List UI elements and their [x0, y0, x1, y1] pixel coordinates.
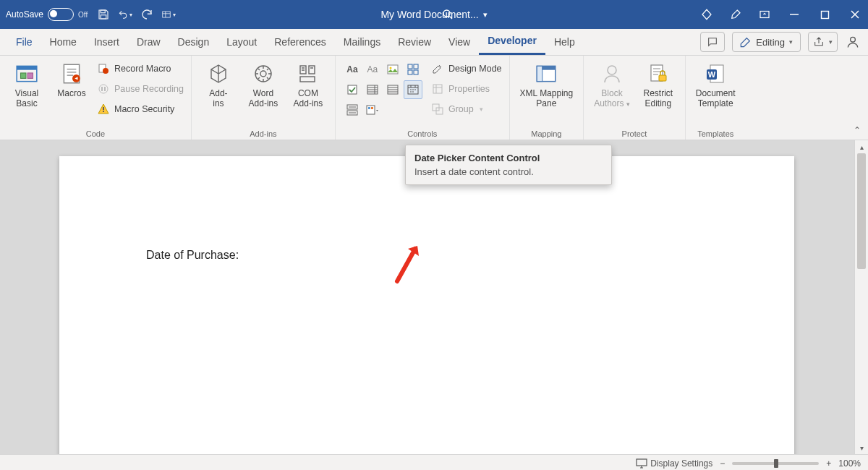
- repeating-section-control-icon[interactable]: [343, 101, 362, 119]
- macro-security-button[interactable]: Macro Security: [97, 101, 184, 118]
- zoom-slider[interactable]: [732, 462, 819, 465]
- group-icon: [431, 103, 444, 116]
- save-icon[interactable]: [96, 7, 111, 22]
- svg-rect-30: [408, 70, 412, 74]
- editing-mode-button[interactable]: Editing ▾: [732, 32, 801, 52]
- vertical-scrollbar[interactable]: ▴ ▾: [854, 140, 868, 454]
- zoom-out-button[interactable]: −: [720, 458, 725, 469]
- status-bar: Display Settings − + 100%: [0, 454, 868, 470]
- titlebar-right: [700, 7, 862, 22]
- ribbon-display-icon[interactable]: [758, 8, 771, 21]
- tab-draw[interactable]: Draw: [128, 29, 169, 55]
- svg-rect-18: [104, 87, 106, 91]
- tab-mailings[interactable]: Mailings: [335, 29, 389, 55]
- tab-design[interactable]: Design: [169, 29, 218, 55]
- visual-basic-button[interactable]: Visual Basic: [7, 59, 46, 118]
- block-authors-button[interactable]: Block Authors ▾: [591, 59, 633, 109]
- tab-view[interactable]: View: [440, 29, 479, 55]
- svg-rect-46: [537, 66, 542, 81]
- document-title[interactable]: My Word Document... ▾: [380, 9, 487, 20]
- redo-icon[interactable]: [140, 7, 154, 22]
- dropdown-control-icon[interactable]: [383, 80, 402, 99]
- svg-point-16: [99, 85, 108, 93]
- document-text[interactable]: Date of Purchase:: [146, 249, 239, 262]
- autosave-switch[interactable]: [48, 8, 74, 21]
- com-addins-icon: [296, 61, 320, 86]
- rich-text-control-icon[interactable]: Aa: [343, 60, 362, 79]
- macros-button[interactable]: Macros: [52, 59, 91, 118]
- document-title-text: My Word Document...: [380, 9, 478, 20]
- tooltip-date-picker: Date Picker Content Control Insert a dat…: [405, 145, 612, 185]
- tooltip-title: Date Picker Content Control: [414, 153, 603, 163]
- svg-rect-10: [21, 73, 26, 78]
- scroll-up-icon[interactable]: ▴: [855, 140, 868, 153]
- building-block-control-icon[interactable]: [404, 60, 422, 79]
- tab-help[interactable]: Help: [545, 29, 584, 55]
- xml-mapping-button[interactable]: XML Mapping Pane: [517, 59, 576, 109]
- picture-control-icon[interactable]: [383, 60, 402, 79]
- date-picker-control-icon[interactable]: [404, 80, 422, 99]
- table-qat-icon[interactable]: ▾: [161, 7, 176, 22]
- ribbon: Visual Basic Macros Record Macro Pause R…: [0, 56, 868, 140]
- close-button[interactable]: [848, 7, 862, 22]
- comments-button[interactable]: [700, 32, 725, 52]
- addins-button[interactable]: Add- ins: [199, 59, 238, 109]
- word-addins-button[interactable]: Word Add-ins: [244, 59, 283, 109]
- design-mode-button[interactable]: Design Mode: [431, 60, 502, 77]
- tooltip-body: Insert a date content control.: [414, 166, 603, 177]
- record-macro-icon: [97, 62, 110, 75]
- account-icon[interactable]: [845, 34, 861, 50]
- document-template-button[interactable]: WDocument Template: [693, 59, 739, 109]
- checkbox-control-icon[interactable]: [343, 80, 362, 99]
- scroll-down-icon[interactable]: ▾: [855, 441, 868, 454]
- svg-rect-1: [101, 15, 106, 19]
- tab-layout[interactable]: Layout: [218, 29, 265, 55]
- scroll-thumb[interactable]: [857, 153, 866, 269]
- zoom-in-button[interactable]: +: [826, 458, 831, 469]
- svg-rect-26: [388, 65, 398, 74]
- undo-icon[interactable]: ▾: [118, 7, 132, 22]
- svg-rect-31: [414, 70, 418, 74]
- title-bar: AutoSave Off ▾ ▾ My Word Document... ▾: [0, 0, 868, 29]
- editing-mode-label: Editing: [756, 37, 785, 48]
- svg-rect-2: [163, 12, 171, 17]
- combobox-control-icon[interactable]: [363, 80, 382, 99]
- autosave-state: Off: [78, 11, 88, 19]
- tab-review[interactable]: Review: [389, 29, 440, 55]
- svg-rect-41: [433, 85, 442, 93]
- tab-developer[interactable]: Developer: [479, 29, 545, 55]
- minimize-button[interactable]: [787, 7, 801, 22]
- group-protect: Block Authors ▾ Restrict Editing Protect: [584, 56, 686, 140]
- chevron-down-icon[interactable]: ▾: [483, 10, 488, 20]
- collapse-ribbon-icon[interactable]: ⌃: [854, 125, 861, 135]
- tab-file[interactable]: File: [7, 29, 41, 55]
- tab-insert[interactable]: Insert: [85, 29, 128, 55]
- maximize-button[interactable]: [817, 7, 832, 22]
- search-icon[interactable]: [441, 8, 454, 21]
- tab-home[interactable]: Home: [41, 29, 85, 55]
- zoom-level[interactable]: 100%: [838, 458, 861, 469]
- share-button[interactable]: ▾: [808, 32, 838, 52]
- legacy-tools-icon[interactable]: [363, 101, 382, 119]
- macros-icon: [59, 61, 84, 86]
- restrict-editing-button[interactable]: Restrict Editing: [639, 59, 678, 109]
- svg-rect-49: [659, 75, 666, 81]
- display-settings-button[interactable]: Display Settings: [636, 458, 712, 469]
- brush-icon[interactable]: [729, 8, 742, 21]
- group-mapping-label: Mapping: [517, 128, 576, 138]
- tab-references[interactable]: References: [265, 29, 335, 55]
- autosave-toggle[interactable]: AutoSave Off: [6, 8, 88, 21]
- plain-text-control-icon[interactable]: Aa: [363, 60, 382, 79]
- svg-point-15: [103, 68, 109, 74]
- pause-recording-icon: [97, 82, 110, 95]
- com-addins-button[interactable]: COM Add-ins: [289, 59, 328, 109]
- svg-rect-25: [300, 77, 315, 82]
- group-protect-label: Protect: [591, 128, 678, 138]
- diamond-icon[interactable]: [700, 8, 713, 21]
- page[interactable]: Date of Purchase:: [59, 156, 794, 454]
- record-macro-button[interactable]: Record Macro: [97, 60, 184, 77]
- properties-button: Properties: [431, 80, 502, 98]
- svg-point-22: [260, 71, 266, 77]
- svg-rect-4: [760, 12, 769, 18]
- svg-point-3: [443, 10, 450, 17]
